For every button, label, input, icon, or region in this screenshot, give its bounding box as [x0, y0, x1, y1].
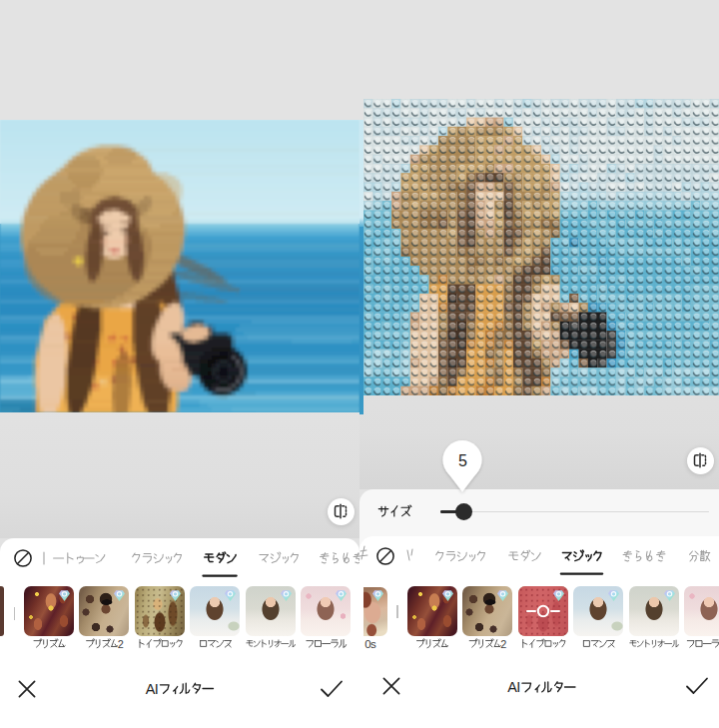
svg-text:I: I — [516, 679, 520, 695]
